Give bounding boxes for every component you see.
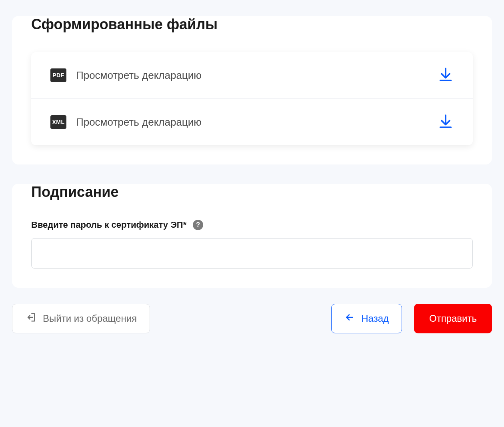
exit-icon [25, 312, 36, 325]
footer-actions: Выйти из обращения Назад Отправить [12, 300, 492, 349]
back-button[interactable]: Назад [331, 304, 402, 333]
signing-card: Подписание Введите пароль к сертификату … [12, 184, 492, 288]
file-row-xml[interactable]: XML Просмотреть декларацию [31, 98, 473, 145]
download-icon[interactable] [438, 113, 454, 131]
sign-section-title: Подписание [31, 184, 473, 200]
exit-button-label: Выйти из обращения [43, 313, 137, 324]
certificate-password-input[interactable] [31, 238, 473, 269]
footer-right: Назад Отправить [331, 304, 492, 333]
submit-button-label: Отправить [429, 313, 477, 324]
files-list: PDF Просмотреть декларацию XML Просмотре… [31, 52, 473, 145]
file-label: Просмотреть декларацию [76, 116, 428, 128]
xml-badge-icon: XML [50, 115, 66, 129]
password-label: Введите пароль к сертификату ЭП* [31, 220, 186, 230]
submit-button[interactable]: Отправить [414, 304, 492, 333]
files-section-title: Сформированные файлы [31, 16, 473, 33]
generated-files-card: Сформированные файлы PDF Просмотреть дек… [12, 16, 492, 164]
download-icon[interactable] [438, 66, 454, 84]
pdf-badge-icon: PDF [50, 68, 66, 82]
back-button-label: Назад [361, 313, 389, 324]
password-label-row: Введите пароль к сертификату ЭП* ? [31, 220, 473, 230]
arrow-left-icon [344, 312, 355, 325]
file-label: Просмотреть декларацию [76, 69, 428, 82]
help-icon[interactable]: ? [193, 220, 203, 230]
exit-request-button[interactable]: Выйти из обращения [12, 304, 150, 333]
file-row-pdf[interactable]: PDF Просмотреть декларацию [31, 52, 473, 98]
